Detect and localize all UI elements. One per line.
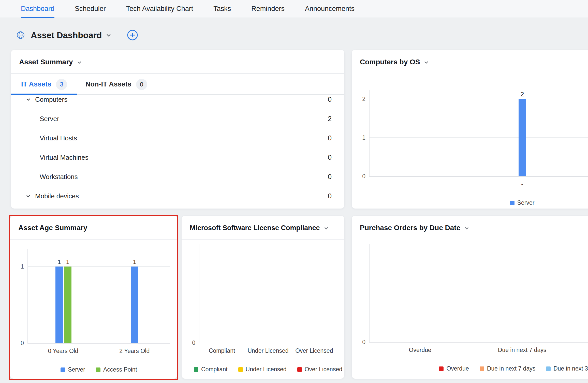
asset-row-label: Computers (35, 96, 67, 104)
chevron-down-icon[interactable] (25, 193, 31, 199)
x-category-label: Overdue (369, 347, 471, 353)
chevron-down-icon[interactable] (423, 60, 429, 65)
bar-server[interactable] (131, 267, 138, 343)
bar-server[interactable] (55, 267, 63, 343)
chevron-down-icon[interactable] (106, 32, 112, 38)
legend-swatch (297, 367, 302, 372)
legend-swatch (194, 367, 198, 372)
chart-legend: ServerAccess Point (27, 366, 170, 373)
active-tab-underline (11, 94, 77, 95)
add-dashboard-button[interactable] (126, 29, 139, 41)
y-tick-label: 0 (192, 340, 195, 346)
asset-row-workstations[interactable]: Workstations 0 (11, 167, 344, 186)
legend-label: Server (517, 199, 535, 206)
asset-row-computers[interactable]: Computers 0 (11, 95, 344, 109)
tab-tasks[interactable]: Tasks (213, 0, 231, 18)
computers-by-os-chart: 0122-Server (352, 90, 588, 206)
plot-area: 01111 (27, 249, 170, 344)
asset-row-label: Virtual Machines (40, 154, 89, 161)
header-divider (119, 30, 119, 40)
computers-by-os-card: Computers by OS 0122-Server (352, 50, 588, 209)
chart-legend: CompliantUnder LicensedOver Licensed (199, 366, 337, 373)
chevron-down-icon[interactable] (324, 225, 329, 231)
asset-row-label: Server (40, 115, 59, 123)
divider (182, 239, 344, 240)
asset-row-mobile-devices[interactable]: Mobile devices 0 (11, 186, 344, 206)
ms-license-compliance-chart: 0CompliantUnder LicensedOver LicensedCom… (182, 244, 344, 373)
bar-value-label: 2 (521, 92, 524, 97)
legend-swatch (61, 367, 65, 372)
chart-legend: Server (369, 199, 588, 206)
legend-label: Access Point (103, 366, 137, 373)
asset-row-value: 0 (328, 154, 332, 161)
dashboard-header: Asset Dashboard (16, 29, 139, 41)
tab-dashboard[interactable]: Dashboard (21, 0, 54, 18)
legend-swatch (480, 366, 484, 371)
legend-item[interactable]: Access Point (96, 366, 137, 373)
legend-item[interactable]: Due in next 30 days (546, 365, 588, 372)
tab-label: Non-IT Assets (85, 80, 131, 88)
legend-swatch (96, 367, 100, 372)
tab-reminders[interactable]: Reminders (251, 0, 285, 18)
bar-access-point[interactable] (64, 267, 71, 343)
tab-it-assets[interactable]: IT Assets 3 (21, 79, 67, 90)
globe-icon (16, 31, 25, 40)
ms-license-compliance-card: Microsoft Software License Compliance 0C… (182, 216, 344, 379)
asset-row-value: 0 (328, 96, 332, 104)
chevron-down-icon[interactable] (464, 225, 469, 231)
tab-count-badge: 0 (136, 79, 147, 90)
legend-item[interactable]: Under Licensed (238, 366, 287, 373)
y-tick-label: 0 (362, 173, 365, 179)
tab-count-badge: 3 (56, 79, 67, 90)
legend-swatch (238, 367, 243, 372)
asset-row-value: 0 (328, 173, 332, 181)
y-tick-label: 1 (362, 135, 365, 141)
legend-label: Due in next 7 days (487, 365, 536, 372)
asset-row-value: 2 (328, 115, 332, 123)
asset-row-value: 0 (328, 134, 332, 142)
asset-summary-card: Asset Summary IT Assets 3 Non-IT Assets … (11, 50, 344, 209)
tab-label: IT Assets (21, 80, 51, 88)
legend-item[interactable]: Compliant (194, 366, 228, 373)
tab-scheduler[interactable]: Scheduler (75, 0, 106, 18)
asset-type-list: Computers 0 Server 2 Virtual Hosts 0 Vir… (11, 95, 344, 206)
legend-item[interactable]: Server (61, 366, 85, 373)
plot-area: 0122 (369, 90, 588, 177)
x-category-label (573, 347, 588, 353)
purchase-orders-card: Purchase Orders by Due Date 0OverdueDue … (352, 216, 588, 379)
card-title: Microsoft Software License Compliance (190, 223, 320, 232)
divider (10, 239, 177, 240)
purchase-orders-chart: 0OverdueDue in next 7 daysOverdueDue in … (352, 244, 588, 372)
card-title: Purchase Orders by Due Date (360, 223, 460, 232)
card-title: Computers by OS (360, 57, 420, 67)
asset-age-summary-chart: 011110 Years Old2 Years OldServerAccess … (10, 249, 177, 373)
y-tick-label: 0 (362, 339, 365, 345)
plot-area: 0 (199, 244, 337, 343)
bar-server[interactable] (519, 99, 526, 176)
tab-tech-availability-chart[interactable]: Tech Availability Chart (126, 0, 193, 18)
asset-row-virtual-hosts[interactable]: Virtual Hosts 0 (11, 128, 344, 148)
selection-highlight-border: Asset Age Summary 011110 Years Old2 Year… (9, 215, 178, 380)
legend-label: Over Licensed (305, 366, 342, 373)
asset-row-virtual-machines[interactable]: Virtual Machines 0 (11, 148, 344, 167)
bar-value-label: 1 (58, 259, 61, 265)
card-title: Asset Summary (19, 57, 73, 67)
tab-announcements[interactable]: Announcements (305, 0, 355, 18)
chevron-down-icon[interactable] (25, 97, 31, 102)
legend-item[interactable]: Server (510, 199, 535, 206)
legend-label: Under Licensed (246, 366, 287, 373)
asset-row-server[interactable]: Server 2 (11, 109, 344, 128)
chevron-down-icon[interactable] (77, 60, 82, 65)
tab-non-it-assets[interactable]: Non-IT Assets 0 (85, 79, 147, 90)
legend-item[interactable]: Over Licensed (297, 366, 342, 373)
y-tick-label: 1 (21, 264, 24, 270)
plot-area: 0 (369, 244, 588, 343)
legend-swatch (439, 366, 444, 371)
legend-item[interactable]: Due in next 7 days (480, 365, 536, 372)
x-category-label: Compliant (199, 347, 245, 354)
asset-age-summary-card: Asset Age Summary 011110 Years Old2 Year… (10, 216, 177, 379)
y-tick-label: 0 (21, 340, 24, 346)
chart-legend: OverdueDue in next 7 daysDue in next 30 … (369, 365, 588, 372)
legend-item[interactable]: Overdue (439, 365, 469, 372)
top-navigation: Dashboard Scheduler Tech Availability Ch… (0, 0, 588, 18)
